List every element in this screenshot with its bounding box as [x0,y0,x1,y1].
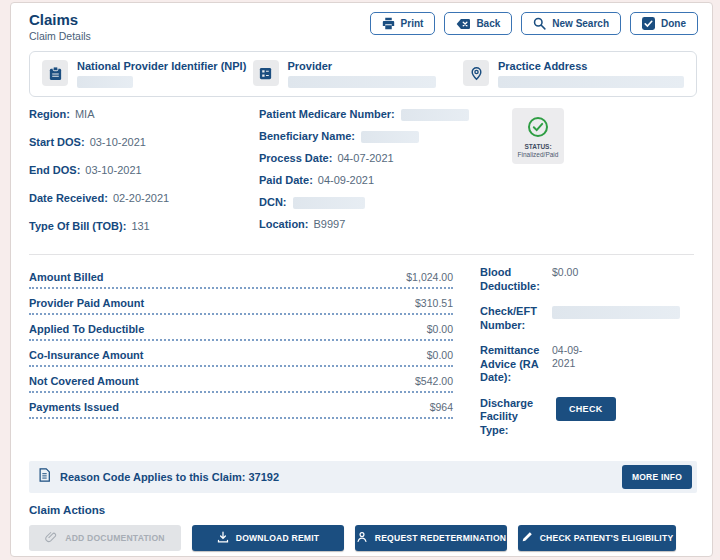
remittance-advice-row: Remittance Advice (RA Date): 04-09-2021 [480,344,694,385]
printer-icon [382,17,395,30]
beneficiary-name-redacted [361,131,419,143]
ledger-icon [253,60,279,86]
check-patients-eligibility-label: CHECK PATIENT'S ELIGIBILITY [540,533,674,543]
provider-card-title: Provider [288,60,436,73]
location-pin-icon [463,60,489,86]
remittance-advice-label: Remittance Advice (RA Date): [480,344,546,385]
payments-issued-value: $964 [430,401,453,413]
add-documentation-button: ADD DOCUMENTATION [29,525,181,551]
download-icon [217,531,229,545]
request-redetermination-button[interactable]: REQUEST REDETERMINATION [355,525,507,551]
pencil-icon [521,531,533,545]
npi-card-body: National Provider Identifier (NPI) [77,60,246,88]
status-value: Finalized/Paid [514,151,562,158]
npi-redacted-value [77,76,133,88]
payment-info: Blood Deductible: $0.00 Check/EFT Number… [480,263,694,449]
new-search-button[interactable]: New Search [521,12,621,35]
claim-details-left: Region:MIA Start DOS:03-10-2021 End DOS:… [29,108,259,248]
applied-deductible-row: Applied To Deductible$0.00 [29,315,453,341]
start-dos-label: Start DOS: [29,136,85,148]
check-button[interactable]: CHECK [556,397,616,421]
process-date-value: 04-07-2021 [337,152,393,165]
done-button[interactable]: Done [630,12,698,35]
paperclip-icon [45,531,58,545]
region-row: Region:MIA [29,108,259,121]
provider-redacted-value [288,76,436,88]
summary-cards: National Provider Identifier (NPI) Provi… [29,51,697,97]
amount-billed-label: Amount Billed [29,271,104,283]
payments-issued-label: Payments Issued [29,401,119,413]
practice-address-redacted-value [498,76,684,88]
process-date-label: Process Date: [259,152,332,165]
check-eft-label: Check/EFT Number: [480,305,546,332]
provider-card: Provider [253,60,464,88]
print-label: Print [401,18,424,29]
co-insurance-label: Co-Insurance Amount [29,349,144,361]
reason-code-bar: Reason Code Applies to this Claim: 37192… [29,461,697,493]
claim-actions-heading: Claim Actions [29,504,694,516]
region-label: Region: [29,108,70,120]
start-dos-value: 03-10-2021 [90,136,146,148]
type-of-bill-value: 131 [131,220,149,232]
check-eft-redacted [552,306,680,319]
provider-paid-row: Provider Paid Amount$310.51 [29,289,453,315]
status-check-icon [514,116,562,138]
blood-deductible-label: Blood Deductible: [480,266,546,293]
medicare-number-row: Patient Medicare Number: [259,108,487,121]
end-dos-value: 03-10-2021 [85,164,141,176]
amount-billed-value: $1,024.00 [406,271,453,283]
location-label: Location: [259,218,309,231]
remittance-advice-value: 04-09-2021 [552,344,584,385]
claim-actions: Claim Actions ADD DOCUMENTATION DOWNLOAD… [11,493,712,557]
start-dos-row: Start DOS:03-10-2021 [29,136,259,149]
claim-details: Region:MIA Start DOS:03-10-2021 End DOS:… [11,97,712,248]
page-subtitle: Claim Details [29,30,91,42]
title-block: Claims Claim Details [29,11,91,42]
claim-details-middle: Patient Medicare Number: Beneficiary Nam… [259,108,487,248]
check-patients-eligibility-button[interactable]: CHECK PATIENT'S ELIGIBILITY [518,525,676,551]
date-received-label: Date Received: [29,192,108,204]
reason-code-text: Reason Code Applies to this Claim: 37192 [60,471,613,483]
blood-deductible-value: $0.00 [552,266,578,293]
provider-paid-value: $310.51 [415,297,453,309]
not-covered-label: Not Covered Amount [29,375,139,387]
provider-card-body: Provider [288,60,436,88]
discharge-facility-label: Discharge Facility Type: [480,397,546,438]
blood-deductible-row: Blood Deductible: $0.00 [480,266,694,293]
applied-deductible-label: Applied To Deductible [29,323,144,335]
paid-date-row: Paid Date:04-09-2021 [259,174,487,187]
add-documentation-label: ADD DOCUMENTATION [65,533,165,543]
type-of-bill-row: Type Of Bill (TOB):131 [29,220,259,233]
date-received-row: Date Received:02-20-2021 [29,192,259,205]
backspace-icon [456,18,470,30]
clipboard-icon [42,60,68,86]
provider-paid-label: Provider Paid Amount [29,297,144,309]
practice-address-card: Practice Address [463,60,684,88]
co-insurance-value: $0.00 [427,349,453,361]
payments-issued-row: Payments Issued$964 [29,393,453,419]
header: Claims Claim Details Print Back New Sear… [11,3,712,42]
paid-date-value: 04-09-2021 [318,174,374,187]
new-search-label: New Search [552,18,609,29]
status-label: STATUS: [514,143,562,150]
person-icon [356,531,368,545]
not-covered-row: Not Covered Amount$542.00 [29,367,453,393]
npi-card: National Provider Identifier (NPI) [42,60,253,88]
back-button[interactable]: Back [444,12,512,35]
dcn-redacted [293,197,365,209]
more-info-button[interactable]: MORE INFO [622,465,692,489]
check-eft-row: Check/EFT Number: [480,305,694,332]
toolbar: Print Back New Search Done [370,11,698,35]
download-remit-button[interactable]: DOWNLOAD REMIT [192,525,344,551]
end-dos-row: End DOS:03-10-2021 [29,164,259,177]
npi-card-title: National Provider Identifier (NPI) [77,60,246,73]
amount-billed-row: Amount Billed$1,024.00 [29,263,453,289]
amounts-table: Amount Billed$1,024.00 Provider Paid Amo… [29,263,453,449]
print-button[interactable]: Print [370,12,436,35]
location-value: B9997 [314,218,346,231]
beneficiary-name-row: Beneficiary Name: [259,130,487,143]
paid-date-label: Paid Date: [259,174,313,187]
medicare-number-label: Patient Medicare Number: [259,108,395,121]
page-title: Claims [29,11,91,28]
money-section: Amount Billed$1,024.00 Provider Paid Amo… [11,255,712,449]
